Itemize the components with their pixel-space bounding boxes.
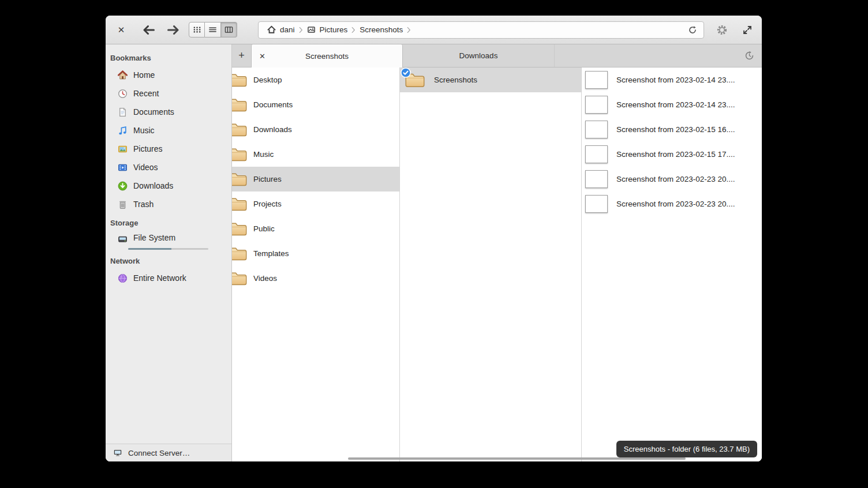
trash-icon <box>118 200 128 209</box>
connect-server-label: Connect Server… <box>128 449 190 457</box>
grid-view-button[interactable] <box>189 22 205 37</box>
sidebar-item-label: Home <box>133 70 155 80</box>
music-note-icon <box>118 126 128 136</box>
breadcrumb-home-label: dani <box>280 25 295 34</box>
folder-row-downloads[interactable]: Downloads <box>232 117 399 142</box>
grid-view-icon <box>193 25 201 34</box>
home-icon <box>267 25 276 34</box>
sidebar-item-filesystem[interactable]: File System <box>106 231 231 251</box>
settings-gear-button[interactable] <box>713 21 731 39</box>
folder-row-screenshots[interactable]: Screenshots <box>400 67 581 92</box>
sidebar-item-label: Music <box>133 126 155 135</box>
file-row[interactable]: Screenshot from 2023-02-14 23.... <box>582 67 762 92</box>
list-view-button[interactable] <box>205 22 221 37</box>
connect-server-button[interactable]: Connect Server… <box>106 444 231 461</box>
folder-icon <box>232 246 249 262</box>
sidebar-item-downloads[interactable]: Downloads <box>106 177 231 195</box>
videos-icon <box>118 163 128 172</box>
sidebar-section-storage: Storage <box>106 213 231 231</box>
file-row[interactable]: Screenshot from 2023-02-23 20.... <box>582 192 762 216</box>
selected-check-badge-icon <box>401 67 411 78</box>
file-thumbnail <box>585 195 608 213</box>
file-manager-window: ✕ dani Pictures Screenshots <box>106 16 762 461</box>
breadcrumb-pictures[interactable]: Pictures <box>304 25 351 34</box>
chevron-right-icon <box>299 26 303 34</box>
file-thumbnail <box>585 96 608 114</box>
file-thumbnail <box>585 145 608 163</box>
sidebar-item-label: Entire Network <box>133 273 186 283</box>
horizontal-scrollbar[interactable] <box>348 457 686 460</box>
list-view-icon <box>208 25 217 34</box>
view-switcher <box>189 22 237 37</box>
folder-icon <box>232 97 249 113</box>
folder-row-documents[interactable]: Documents <box>232 92 399 117</box>
chevron-right-icon <box>351 26 356 34</box>
pictures-icon <box>118 144 128 154</box>
sidebar-item-pictures[interactable]: Pictures <box>106 140 231 158</box>
fullscreen-button[interactable] <box>739 21 756 39</box>
sidebar-item-recent[interactable]: Recent <box>106 84 231 103</box>
sidebar-section-bookmarks: Bookmarks <box>106 48 231 66</box>
disk-usage-fill <box>128 248 171 250</box>
column-screenshots: Screenshot from 2023-02-14 23.... Screen… <box>582 67 762 461</box>
column-view-button[interactable] <box>221 22 237 37</box>
home-icon <box>118 70 128 80</box>
folder-icon <box>232 122 249 138</box>
new-tab-button[interactable]: + <box>232 44 251 67</box>
sidebar-item-home[interactable]: Home <box>106 66 231 84</box>
folder-row-public[interactable]: Public <box>232 216 399 241</box>
folder-row-videos[interactable]: Videos <box>232 266 399 291</box>
refresh-icon <box>688 25 697 35</box>
breadcrumb-screenshots[interactable]: Screenshots <box>357 25 406 34</box>
column-pictures-parent: Desktop Documents Downloads Music <box>232 67 400 461</box>
downloads-icon <box>118 181 128 191</box>
sidebar-item-documents[interactable]: Documents <box>106 103 231 121</box>
chevron-right-icon <box>407 26 411 34</box>
drive-icon <box>118 234 128 244</box>
folder-icon <box>232 72 249 88</box>
sidebar-item-trash[interactable]: Trash <box>106 195 231 213</box>
breadcrumb-home[interactable]: dani <box>264 25 298 34</box>
sidebar-item-label: File System <box>133 233 175 242</box>
folder-row-projects[interactable]: Projects <box>232 192 399 216</box>
content-area: + ✕ Screenshots Downloads Desktop <box>232 44 762 461</box>
folder-row-desktop[interactable]: Desktop <box>232 67 399 92</box>
file-row[interactable]: Screenshot from 2023-02-14 23.... <box>582 92 762 117</box>
sidebar-item-music[interactable]: Music <box>106 121 231 140</box>
document-icon <box>118 107 128 117</box>
folder-row-music[interactable]: Music <box>232 142 399 167</box>
file-row[interactable]: Screenshot from 2023-02-15 16.... <box>582 117 762 142</box>
history-clock-icon <box>744 51 754 61</box>
folder-icon <box>232 221 249 237</box>
tab-bar: + ✕ Screenshots Downloads <box>232 44 762 67</box>
file-thumbnail <box>585 121 608 138</box>
gear-icon <box>716 24 728 36</box>
column-pictures: Screenshots <box>400 67 582 461</box>
tab-label: Downloads <box>459 51 498 60</box>
refresh-button[interactable] <box>685 22 700 37</box>
sidebar-item-label: Recent <box>133 89 159 98</box>
tab-close-button[interactable]: ✕ <box>259 52 265 61</box>
history-button[interactable] <box>736 44 762 67</box>
back-button[interactable] <box>140 22 158 37</box>
tab-downloads[interactable]: Downloads <box>403 44 555 67</box>
forward-button[interactable] <box>164 22 182 37</box>
file-thumbnail <box>585 170 608 188</box>
folder-row-pictures[interactable]: Pictures <box>232 167 399 192</box>
sidebar-item-videos[interactable]: Videos <box>106 158 231 177</box>
network-globe-icon <box>118 273 128 283</box>
sidebar-item-label: Videos <box>133 163 158 172</box>
column-view-icon <box>225 25 233 34</box>
path-bar[interactable]: dani Pictures Screenshots <box>258 21 704 39</box>
file-row[interactable]: Screenshot from 2023-02-15 17.... <box>582 142 762 167</box>
tab-label: Screenshots <box>305 52 349 61</box>
sidebar-section-network: Network <box>106 251 231 269</box>
server-monitor-icon <box>113 448 123 458</box>
window-close-button[interactable]: ✕ <box>114 25 129 35</box>
folder-row-templates[interactable]: Templates <box>232 241 399 266</box>
tab-screenshots[interactable]: ✕ Screenshots <box>251 44 403 67</box>
miller-columns: Desktop Documents Downloads Music <box>232 67 762 461</box>
file-row[interactable]: Screenshot from 2023-02-23 20.... <box>582 167 762 192</box>
folder-icon <box>232 171 249 187</box>
sidebar-item-entire-network[interactable]: Entire Network <box>106 269 231 287</box>
